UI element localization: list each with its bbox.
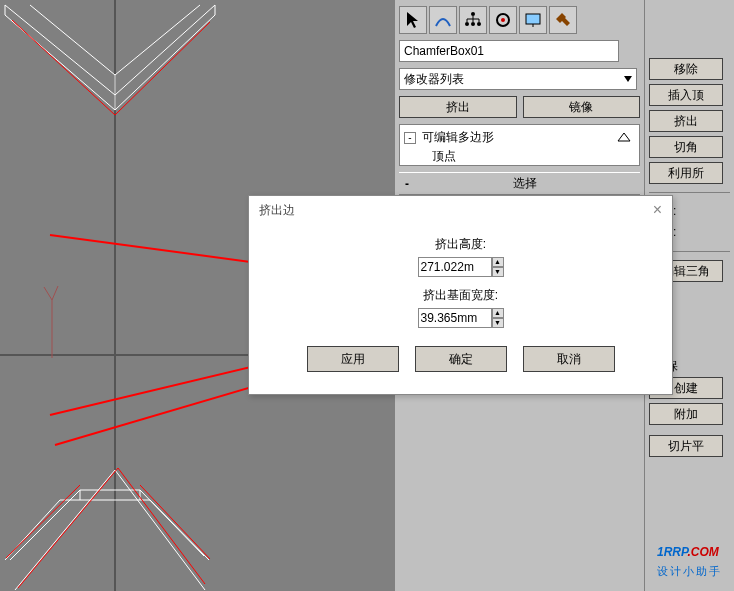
- spinner-down-icon[interactable]: ▼: [492, 318, 504, 328]
- chevron-down-icon: [624, 76, 632, 82]
- attach-button[interactable]: 附加: [649, 403, 723, 425]
- spinner-down-icon[interactable]: ▼: [492, 267, 504, 277]
- remove-button[interactable]: 移除: [649, 58, 723, 80]
- watermark-sub: 设计小助手: [657, 564, 722, 579]
- spinner-up-icon[interactable]: ▲: [492, 308, 504, 318]
- slice-plane-button[interactable]: 切片平: [649, 435, 723, 457]
- height-input[interactable]: [418, 257, 492, 277]
- extrude-button[interactable]: 挤出: [399, 96, 517, 118]
- height-label: 挤出高度:: [435, 236, 486, 253]
- dialog-title-label: 挤出边: [259, 202, 295, 219]
- watermark: 1RRP.COM 设计小助手: [657, 527, 722, 579]
- selection-rollout-header[interactable]: - 选择: [399, 172, 640, 195]
- svg-point-28: [501, 18, 505, 22]
- modifier-list-label: 修改器列表: [404, 71, 464, 88]
- use-button[interactable]: 利用所: [649, 162, 723, 184]
- stack-root-label: 可编辑多边形: [422, 129, 494, 146]
- object-name-field[interactable]: [399, 40, 619, 62]
- svg-point-21: [477, 22, 481, 26]
- arc-icon[interactable]: [429, 6, 457, 34]
- watermark-brand2: .COM: [687, 545, 718, 559]
- height-spinner[interactable]: ▲ ▼: [418, 257, 504, 277]
- insert-vertex-button[interactable]: 插入顶: [649, 84, 723, 106]
- minus-icon: -: [405, 177, 409, 191]
- chamfer-button[interactable]: 切角: [649, 136, 723, 158]
- modifier-list-dropdown[interactable]: 修改器列表: [399, 68, 637, 90]
- watermark-brand1: 1RRP: [657, 545, 687, 559]
- close-icon[interactable]: ×: [653, 201, 662, 219]
- hierarchy-icon[interactable]: [459, 6, 487, 34]
- ok-button[interactable]: 确定: [415, 346, 507, 372]
- triangle-icon: [617, 132, 631, 142]
- side-extrude-button[interactable]: 挤出: [649, 110, 723, 132]
- svg-point-18: [471, 12, 475, 16]
- motion-icon[interactable]: [489, 6, 517, 34]
- width-label: 挤出基面宽度:: [423, 287, 498, 304]
- width-spinner[interactable]: ▲ ▼: [418, 308, 504, 328]
- display-icon[interactable]: [519, 6, 547, 34]
- selection-title: 选择: [415, 175, 634, 192]
- stack-sub-label[interactable]: 顶点: [404, 146, 635, 165]
- tree-collapse-icon[interactable]: -: [404, 132, 416, 144]
- arrow-cursor-icon[interactable]: [399, 6, 427, 34]
- panel-tabs: [399, 4, 640, 40]
- apply-button[interactable]: 应用: [307, 346, 399, 372]
- modifier-stack[interactable]: - 可编辑多边形 顶点: [399, 124, 640, 166]
- width-input[interactable]: [418, 308, 492, 328]
- svg-point-20: [471, 22, 475, 26]
- svg-point-19: [465, 22, 469, 26]
- extrude-edges-dialog: 挤出边 × 挤出高度: ▲ ▼ 挤出基面宽度: ▲ ▼ 应用 确定 取消: [248, 195, 673, 395]
- spinner-up-icon[interactable]: ▲: [492, 257, 504, 267]
- mirror-button[interactable]: 镜像: [523, 96, 641, 118]
- cancel-button[interactable]: 取消: [523, 346, 615, 372]
- hammer-icon[interactable]: [549, 6, 577, 34]
- svg-rect-29: [526, 14, 540, 24]
